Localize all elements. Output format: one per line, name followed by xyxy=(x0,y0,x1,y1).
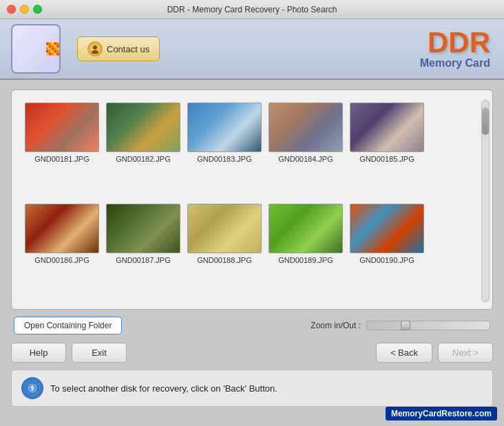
photo-thumbnail xyxy=(269,204,343,253)
info-bar: To select another disk for recovery, cli… xyxy=(11,370,493,407)
close-button[interactable] xyxy=(7,5,16,14)
photo-label: GND00185.JPG xyxy=(359,155,414,163)
svg-rect-15 xyxy=(46,50,49,53)
photo-item[interactable]: GND00184.JPG xyxy=(265,100,346,195)
photo-svg xyxy=(25,103,99,152)
svg-rect-0 xyxy=(46,43,49,45)
brand-sub: Memory Card xyxy=(420,57,490,70)
header: Contact us DDR Memory Card xyxy=(0,19,504,80)
svg-rect-23 xyxy=(54,53,56,56)
svg-rect-6 xyxy=(49,45,52,47)
svg-rect-22 xyxy=(52,53,54,56)
photo-label: GND00183.JPG xyxy=(197,155,251,163)
svg-rect-29 xyxy=(188,103,262,152)
photo-panel: GND00181.JPGGND00182.JPGGND00183.JPGGND0… xyxy=(11,89,493,310)
brand-ddr: DDR xyxy=(420,28,490,57)
svg-rect-14 xyxy=(56,47,59,50)
svg-rect-7 xyxy=(52,45,54,47)
next-button[interactable]: Next > xyxy=(438,343,493,363)
photo-item[interactable]: GND00189.JPG xyxy=(265,201,346,297)
svg-rect-2 xyxy=(52,43,54,45)
photo-svg xyxy=(269,103,343,152)
photo-svg xyxy=(107,204,180,253)
photo-svg xyxy=(350,103,424,152)
svg-point-25 xyxy=(93,45,97,50)
photo-thumbnail xyxy=(187,103,262,152)
photo-label: GND00189.JPG xyxy=(278,256,333,264)
photo-svg xyxy=(188,204,262,253)
svg-rect-24 xyxy=(56,53,59,56)
window-title: DDR - Memory Card Recovery - Photo Searc… xyxy=(167,5,337,14)
contact-label: Contact us xyxy=(107,44,149,54)
photo-thumbnail xyxy=(269,103,343,152)
photo-label: GND00186.JPG xyxy=(34,256,89,264)
info-message: To select another disk for recovery, cli… xyxy=(50,383,277,394)
photo-item[interactable]: GND00181.JPG xyxy=(21,100,103,195)
svg-rect-5 xyxy=(46,45,49,47)
svg-rect-17 xyxy=(52,50,54,53)
photo-thumbnail xyxy=(187,204,262,253)
photo-label: GND00182.JPG xyxy=(116,155,170,163)
svg-point-32 xyxy=(27,383,38,394)
logo-icon xyxy=(46,32,59,66)
brand: DDR Memory Card xyxy=(420,28,490,70)
photo-svg xyxy=(269,204,343,253)
svg-rect-8 xyxy=(54,45,56,47)
scrollbar-track[interactable] xyxy=(481,100,490,302)
zoom-slider[interactable] xyxy=(366,321,490,330)
photo-thumbnail xyxy=(25,103,99,152)
photo-thumbnail xyxy=(25,204,99,253)
photo-item[interactable]: GND00182.JPG xyxy=(103,100,184,195)
open-folder-button[interactable]: Open Containing Folder xyxy=(14,317,122,334)
svg-rect-1 xyxy=(49,43,52,45)
scrollbar-thumb[interactable] xyxy=(482,107,489,135)
svg-rect-9 xyxy=(56,45,59,47)
svg-rect-20 xyxy=(46,53,49,56)
photo-thumbnail xyxy=(106,204,180,253)
maximize-button[interactable] xyxy=(33,5,42,14)
photo-item[interactable]: GND00188.JPG xyxy=(184,201,265,297)
main-content: GND00181.JPGGND00182.JPGGND00183.JPGGND0… xyxy=(0,80,504,416)
svg-rect-11 xyxy=(49,47,52,50)
photo-label: GND00184.JPG xyxy=(278,155,333,163)
photo-thumbnail xyxy=(350,103,424,152)
svg-rect-19 xyxy=(56,50,59,53)
svg-rect-18 xyxy=(54,50,56,53)
svg-point-33 xyxy=(32,385,33,387)
svg-rect-12 xyxy=(52,47,54,50)
photo-item[interactable]: GND00190.JPG xyxy=(346,201,428,297)
photo-item[interactable]: GND00187.JPG xyxy=(103,201,184,297)
svg-point-26 xyxy=(92,50,98,54)
photo-item[interactable]: GND00186.JPG xyxy=(21,201,103,297)
svg-rect-21 xyxy=(49,53,52,56)
help-button[interactable]: Help xyxy=(11,343,66,363)
svg-rect-28 xyxy=(107,103,180,152)
exit-button[interactable]: Exit xyxy=(72,343,127,363)
contact-icon xyxy=(87,41,103,56)
photo-svg xyxy=(350,204,424,253)
title-bar: DDR - Memory Card Recovery - Photo Searc… xyxy=(0,0,504,19)
photo-svg xyxy=(25,204,99,253)
contact-button[interactable]: Contact us xyxy=(77,36,160,61)
photo-item[interactable]: GND00185.JPG xyxy=(346,100,428,195)
minimize-button[interactable] xyxy=(20,5,29,14)
watermark: MemoryCardRestore.com xyxy=(386,407,497,420)
svg-rect-31 xyxy=(350,103,424,152)
photo-thumbnail xyxy=(350,204,424,253)
photo-thumbnail xyxy=(106,103,180,152)
back-button[interactable]: < Back xyxy=(376,343,432,363)
photo-label: GND00188.JPG xyxy=(197,256,251,264)
bottom-row: Help Exit < Back Next > xyxy=(11,343,493,363)
svg-rect-4 xyxy=(56,43,59,45)
photo-label: GND00187.JPG xyxy=(116,256,170,264)
photo-item[interactable]: GND00183.JPG xyxy=(184,100,265,195)
photo-label: GND00190.JPG xyxy=(359,256,414,264)
svg-rect-13 xyxy=(54,47,56,50)
svg-rect-27 xyxy=(25,103,99,152)
photo-svg xyxy=(188,103,262,152)
svg-rect-3 xyxy=(54,43,56,45)
svg-rect-16 xyxy=(49,50,52,53)
window-controls[interactable] xyxy=(7,5,42,14)
svg-rect-10 xyxy=(46,47,49,50)
info-icon xyxy=(21,377,43,399)
